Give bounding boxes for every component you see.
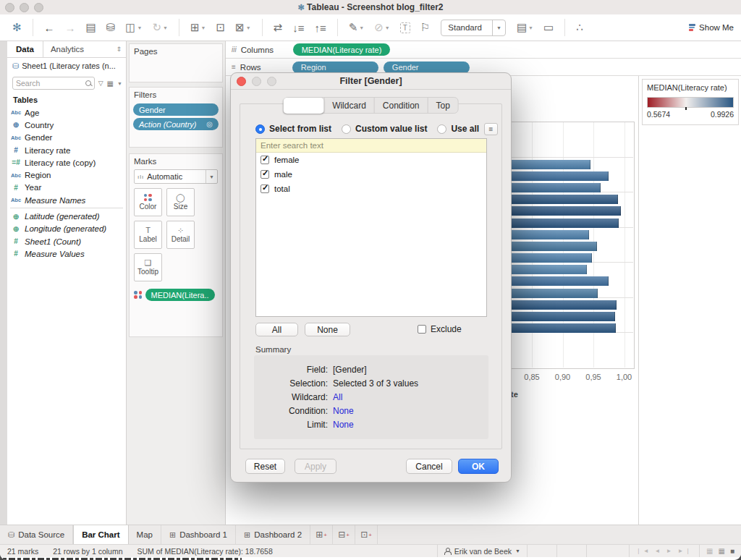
marks-pill-median-literacy[interactable]: MEDIAN(Litera.. (145, 289, 215, 301)
field-item[interactable]: ⊕Longitude (generated) (7, 223, 126, 235)
new-datasource-icon[interactable]: ⛁ (106, 21, 116, 34)
show-me-button[interactable]: Show Me (689, 23, 734, 32)
tableau-logo-icon[interactable]: ✻ (12, 21, 22, 34)
field-item[interactable]: AbcRegion (7, 169, 126, 181)
swap-rows-columns-icon[interactable]: ⇄ (274, 21, 283, 34)
filter-pill-gender[interactable]: Gender (133, 103, 219, 116)
value-list[interactable]: Enter search text femalemaletotal (255, 138, 487, 317)
field-item[interactable]: AbcMeasure Names (7, 194, 126, 206)
filters-card[interactable]: Filters GenderAction (Country)◎ (129, 87, 223, 148)
value-checkbox-male[interactable] (261, 170, 269, 179)
sort-descending-icon[interactable]: ↑≡ (314, 22, 326, 34)
sheet-navigation[interactable]: ❘◄ ◄ ► ►❘ (629, 545, 699, 557)
show-filmstrip-icon[interactable]: ▦ (719, 547, 725, 555)
value-checkbox-female[interactable] (261, 156, 269, 164)
field-item[interactable]: #Literacy rate (7, 144, 126, 156)
pill-median-literacy-rate[interactable]: MEDIAN(Literacy rate) (293, 43, 391, 56)
redo-icon[interactable]: → (65, 22, 76, 34)
tab-analytics[interactable]: Analytics (43, 41, 117, 57)
mark-type-dropdown[interactable]: ılı Automatic ▼ (134, 169, 218, 184)
new-worksheet-tab-button[interactable]: ⊞+ (310, 525, 333, 544)
new-worksheet-icon[interactable]: ⊞▼ (190, 21, 206, 34)
field-item[interactable]: #Measure Values (7, 247, 126, 260)
pause-updates-icon[interactable]: ◫▼ (125, 21, 142, 34)
list-options-button[interactable]: ≡ (484, 123, 498, 135)
filter-tab-general[interactable] (283, 98, 323, 114)
pane-swap-icon[interactable]: ⇕ (116, 46, 126, 53)
apply-button[interactable]: Apply (295, 459, 336, 474)
highlight-icon[interactable]: ✎▼ (349, 21, 365, 34)
pages-card[interactable]: Pages (129, 43, 223, 82)
marks-button-size[interactable]: ◯Size (166, 188, 195, 216)
field-item[interactable]: AbcGender (7, 132, 126, 144)
select-all-button[interactable]: All (255, 323, 298, 336)
presentation-mode-icon[interactable]: ▭ (543, 21, 554, 34)
filter-pill-action-country-[interactable]: Action (Country)◎ (133, 118, 219, 130)
field-item[interactable]: #Year (7, 182, 126, 194)
exclude-checkbox[interactable] (418, 325, 426, 334)
clear-sheet-icon[interactable]: ⊠▼ (235, 21, 251, 34)
filter-tab-wildcard[interactable]: Wildcard (323, 98, 374, 113)
view-options-icon[interactable]: ▦ (107, 80, 114, 88)
marks-button-detail[interactable]: ⁘Detail (166, 221, 195, 249)
select-none-button[interactable]: None (305, 323, 350, 336)
radio-custom-value-list[interactable] (342, 124, 351, 134)
filter-tab-top[interactable]: Top (428, 98, 458, 113)
summary-value[interactable]: All (333, 392, 342, 402)
marks-button-label[interactable]: TLabel (134, 221, 162, 249)
field-item[interactable]: ⊕Country (7, 119, 126, 131)
sort-ascending-icon[interactable]: ↓≡ (292, 22, 304, 34)
summary-value[interactable]: None (333, 420, 354, 430)
value-checkbox-total[interactable] (261, 184, 269, 193)
cancel-button[interactable]: Cancel (406, 459, 452, 474)
refresh-icon[interactable]: ↻▼ (152, 21, 168, 34)
duplicate-sheet-icon[interactable]: ⊡ (216, 21, 226, 34)
new-story-tab-button[interactable]: ⊡+ (355, 525, 378, 544)
marks-button-tooltip[interactable]: ❏Tooltip (134, 253, 162, 281)
show-tabs-icon[interactable]: ▦ (706, 547, 713, 555)
sheet-tab-dashboard-1[interactable]: ⊞Dashboard 1 (161, 525, 236, 544)
tab-data[interactable]: Data (7, 45, 43, 54)
marks-card[interactable]: Marks ılı Automatic ▼ Color◯SizeTLabel⁘D… (129, 153, 223, 337)
sheet-tab-dashboard-2[interactable]: ⊞Dashboard 2 (236, 525, 310, 544)
nav-first-icon[interactable]: ❘◄ (636, 548, 651, 554)
columns-shelf[interactable]: iii Columns MEDIAN(Literacy rate) (226, 41, 741, 59)
radio-use-all[interactable] (437, 124, 446, 134)
show-hide-cards-icon[interactable]: ▤▼ (517, 21, 533, 34)
value-search-input[interactable]: Enter search text (256, 139, 486, 153)
new-dashboard-tab-button[interactable]: ⊟+ (333, 525, 355, 544)
datasource-item[interactable]: ⛁ Sheet1 (Literacy rates (n... (7, 58, 126, 74)
value-list-item-female[interactable]: female (256, 153, 486, 167)
chevron-down-icon[interactable]: ▼ (117, 81, 122, 86)
sheet-tab-map[interactable]: Map (129, 525, 161, 544)
format-icon[interactable]: ⊘▼ (374, 21, 390, 34)
nav-previous-icon[interactable]: ◄ (655, 548, 663, 554)
undo-icon[interactable]: ← (44, 22, 55, 34)
field-item[interactable]: #Sheet1 (Count) (7, 235, 126, 247)
filter-fields-icon[interactable]: ▽ (98, 80, 103, 87)
field-item[interactable]: ⊕Latitude (generated) (7, 210, 126, 222)
filter-tab-condition[interactable]: Condition (374, 98, 428, 113)
summary-value[interactable]: None (333, 406, 354, 416)
sheet-tab-data-source[interactable]: ⛁Data Source (0, 525, 73, 544)
color-legend-card[interactable]: MEDIAN(Literacy rate) 0.5674 0.9926 (642, 79, 739, 125)
fit-mode-dropdown[interactable]: Standard ▼ (441, 20, 506, 36)
text-label-icon[interactable]: T (400, 22, 410, 33)
ok-button[interactable]: OK (458, 459, 499, 474)
nav-last-icon[interactable]: ►❘ (677, 548, 693, 554)
user-menu[interactable]: Erik van de Beek ▼ (437, 545, 527, 557)
marks-button-color[interactable]: Color (134, 188, 162, 216)
save-icon[interactable]: ▤ (86, 21, 96, 34)
field-item[interactable]: =#Literacy rate (copy) (7, 156, 126, 169)
share-icon[interactable]: ∴ (576, 21, 583, 34)
value-list-item-total[interactable]: total (256, 182, 486, 196)
pin-icon[interactable]: ⚐ (420, 21, 430, 34)
sheet-tab-bar-chart[interactable]: Bar Chart (73, 525, 128, 544)
show-sheet-icon[interactable]: ■ (730, 547, 734, 555)
radio-select-from-list[interactable] (255, 124, 265, 134)
reset-button[interactable]: Reset (245, 459, 285, 474)
field-item[interactable]: AbcAge (7, 106, 126, 119)
value-list-item-male[interactable]: male (256, 167, 486, 182)
nav-next-icon[interactable]: ► (666, 548, 674, 554)
search-input[interactable]: Search (12, 77, 95, 90)
